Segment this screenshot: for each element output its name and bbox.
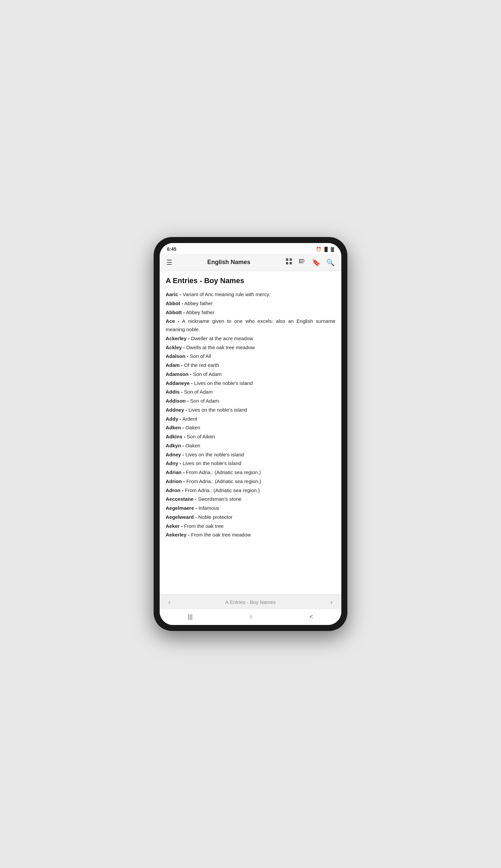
bottom-nav-label: A Entries - Boy Names [174, 599, 327, 605]
svg-rect-1 [290, 258, 292, 261]
list-item: Adny - Lives on the noble's island [166, 459, 335, 468]
list-item: Adrian - From Adria.: (Adriatic sea regi… [166, 468, 335, 477]
bookmark-icon[interactable]: 🔖 [311, 258, 322, 267]
list-item: Adney - Lives on the noble's island [166, 451, 335, 459]
entry-name: Adalson - [166, 353, 188, 359]
entry-name: Aegelweard - [166, 514, 197, 520]
list-item: Abbot - Abbey father [166, 300, 335, 308]
entry-name: Adrian - [166, 469, 185, 475]
list-item: Adrion - From Adria.: (Adriatic sea regi… [166, 477, 335, 486]
entry-name: Ackerley - [166, 336, 190, 341]
entry-name: Adney - [166, 452, 184, 457]
list-item: Aegelmaere - Infamous [166, 504, 335, 512]
phone-frame: 6:45 ⏰ ▐▌ ▓ ☰ English Names [154, 237, 347, 631]
entry-name: Adron - [166, 487, 183, 493]
signal-icon: ▐▌ [323, 247, 329, 252]
svg-rect-3 [290, 262, 292, 264]
list-item: Adamson - Son of Adam [166, 370, 335, 379]
status-time: 6:45 [167, 246, 177, 252]
entry-name: Addney - [166, 407, 187, 413]
entry-name: Adkyn - [166, 443, 184, 448]
svg-rect-7 [299, 259, 300, 263]
alarm-icon: ⏰ [316, 247, 321, 252]
content-area[interactable]: A Entries - Boy Names Aaric - Variant of… [160, 271, 341, 595]
search-icon[interactable]: 🔍 [325, 258, 336, 267]
list-item: Adkins - Son of Aiken [166, 433, 335, 441]
status-bar: 6:45 ⏰ ▐▌ ▓ [160, 243, 341, 254]
entry-name: Abbott - [166, 310, 185, 315]
entry-name: Adny - [166, 460, 181, 466]
list-item: Aeccestane - Swordsman's stone [166, 495, 335, 503]
entry-name: Aaric - [166, 291, 181, 297]
bottom-nav-bar: ‹ A Entries - Boy Names › [160, 595, 341, 609]
prev-arrow[interactable]: ‹ [165, 598, 174, 606]
svg-rect-2 [286, 262, 288, 264]
menu-icon[interactable]: ☰ [165, 258, 174, 267]
list-item: Adalson - Son of All [166, 352, 335, 360]
entry-name: Adkins - [166, 434, 185, 440]
next-arrow[interactable]: › [327, 598, 336, 606]
toolbar: ☰ English Names 🔖 🔍 [160, 254, 341, 271]
list-item: Adkyn - Oaken [166, 442, 335, 450]
list-icon[interactable] [297, 257, 307, 268]
entry-name: Aeker - [166, 523, 183, 529]
list-item: Aaric - Variant of Aric meaning rule wit… [166, 291, 335, 299]
entry-name: Adamson - [166, 371, 192, 377]
list-item: Adam - Of the red earth [166, 361, 335, 370]
entry-name: Addaneye - [166, 380, 193, 386]
entry-name: Adrion - [166, 478, 185, 484]
list-item: Aeker - From the oak tree [166, 522, 335, 531]
recents-button[interactable]: ||| [188, 613, 193, 620]
svg-rect-5 [300, 261, 305, 261]
entry-name: Aeccestane - [166, 496, 197, 502]
toolbar-title: English Names [177, 259, 280, 266]
entry-name: Aegelmaere - [166, 505, 197, 511]
entry-name: Adam - [166, 362, 183, 368]
entry-name: Ackley - [166, 345, 185, 350]
entry-name: Adken - [166, 425, 184, 430]
list-item: Aegelweard - Noble protector [166, 513, 335, 521]
section-title: A Entries - Boy Names [166, 276, 335, 285]
entry-name: Aekerley - [166, 532, 190, 538]
list-item: Abbott - Abbey father [166, 308, 335, 317]
list-item: Aekerley - From the oak tree meadow [166, 531, 335, 539]
svg-rect-6 [300, 262, 303, 263]
entry-name: Addis - [166, 389, 183, 394]
back-button[interactable]: < [310, 613, 313, 620]
list-item: Addney - Lives on the noble's island [166, 406, 335, 414]
list-item: Addis - Son of Adam [166, 388, 335, 396]
home-button[interactable]: ○ [249, 613, 253, 620]
phone-screen: 6:45 ⏰ ▐▌ ▓ ☰ English Names [160, 243, 341, 625]
entry-name: Abbot - [166, 301, 183, 306]
list-item: Ackerley - Dweller at the acre meadow [166, 335, 335, 343]
list-item: Ackley - Dwells at the oak tree meadow [166, 344, 335, 352]
list-item: Addaneye - Lives on the noble's island [166, 379, 335, 388]
grid-icon[interactable] [284, 257, 294, 268]
list-item: Addison - Son of Adam. [166, 397, 335, 405]
list-item: Adron - From Adria.: (Adriatic sea regio… [166, 486, 335, 495]
battery-icon: ▓ [331, 247, 334, 252]
entry-name: Ace - [166, 318, 179, 324]
entries-list: Aaric - Variant of Aric meaning rule wit… [166, 291, 335, 539]
entry-name: Addy - [166, 416, 181, 422]
svg-rect-4 [300, 259, 304, 260]
list-item: Ace - A nickname given to one who excels… [166, 317, 335, 334]
list-item: Addy - Ardent [166, 415, 335, 423]
entry-name: Addison - [166, 398, 189, 404]
status-right-icons: ⏰ ▐▌ ▓ [316, 247, 334, 252]
android-nav: ||| ○ < [160, 609, 341, 625]
list-item: Adken - Oaken [166, 424, 335, 432]
svg-rect-0 [286, 258, 288, 261]
